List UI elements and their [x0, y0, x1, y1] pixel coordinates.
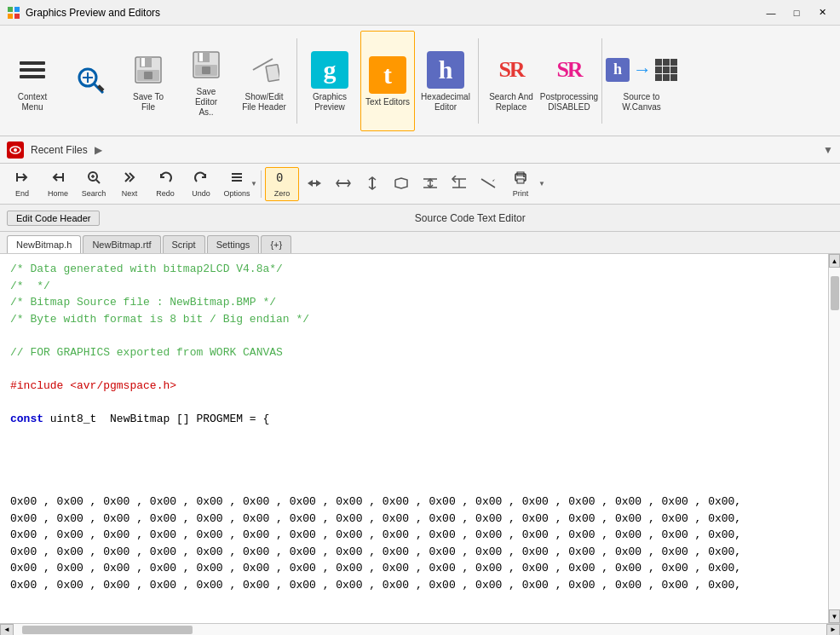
undo-button[interactable]: Undo: [184, 167, 218, 201]
end-label: End: [15, 189, 29, 198]
svg-rect-2: [8, 14, 13, 19]
transform-icon-4: [393, 176, 410, 193]
transform-btn-3[interactable]: [359, 167, 386, 201]
search-button[interactable]: Search: [77, 167, 111, 201]
source-canvas-label: Source to W.Canvas: [610, 92, 673, 113]
show-edit-header-button[interactable]: Show/EditFile Header: [237, 31, 291, 131]
svg-text:0: 0: [276, 170, 283, 184]
svg-rect-3: [14, 14, 20, 19]
redo-button[interactable]: Redo: [148, 167, 182, 201]
svg-point-47: [523, 176, 525, 177]
end-button[interactable]: End: [5, 167, 39, 201]
minimize-button[interactable]: —: [760, 4, 782, 21]
redo-label: Redo: [156, 189, 175, 198]
vertical-scrollbar[interactable]: ▲ ▼: [828, 254, 840, 623]
zoom-button[interactable]: [63, 31, 118, 131]
horizontal-scrollbar[interactable]: ◄ ►: [0, 623, 840, 635]
tab-plus[interactable]: {+}: [261, 235, 291, 253]
transform-btn-1[interactable]: [301, 167, 328, 201]
search-replace-button[interactable]: SR Search AndReplace: [484, 31, 538, 131]
options-container: Options ▼: [220, 167, 257, 201]
print-dropdown-arrow[interactable]: ▼: [538, 180, 545, 188]
svg-line-43: [481, 179, 495, 188]
save-to-file-button[interactable]: Save ToFile: [121, 31, 175, 131]
tab-script[interactable]: Script: [163, 235, 205, 253]
text-editors-button[interactable]: t Text Editors: [360, 31, 415, 131]
scroll-up-button[interactable]: ▲: [829, 254, 840, 268]
context-menu-label: ContextMenu: [18, 92, 47, 113]
tab-newbitmap-h[interactable]: NewBitmap.h: [7, 235, 81, 253]
edit-code-header-button[interactable]: Edit Code Header: [7, 211, 100, 226]
title-bar: Graphics Preview and Editors — □ ✕: [0, 0, 840, 26]
editor-header: Edit Code Header Source Code Text Editor: [0, 205, 840, 232]
recent-files-icon: [7, 141, 24, 159]
show-edit-label: Show/EditFile Header: [242, 92, 286, 113]
save-editor-as-button[interactable]: SaveEditorAs..: [179, 31, 233, 131]
h-scroll-thumb[interactable]: [22, 626, 193, 634]
save-icon: [128, 49, 169, 90]
separator-3: [601, 38, 602, 124]
h-scroll-track[interactable]: [14, 624, 826, 635]
transform-btn-4[interactable]: [388, 167, 415, 201]
print-container: Print ▼: [503, 167, 545, 201]
print-button[interactable]: Print: [503, 167, 538, 201]
options-icon: [229, 170, 245, 188]
graphics-preview-label: Graphics Preview: [305, 92, 354, 113]
next-label: Next: [122, 189, 138, 198]
postprocessing-button[interactable]: SR PostprocessingDISABLED: [542, 31, 596, 131]
tab-newbitmap-rtf[interactable]: NewBitmap.rtf: [83, 235, 160, 253]
show-edit-icon: [244, 49, 285, 90]
maximize-button[interactable]: □: [785, 4, 808, 21]
transform-btn-6[interactable]: [446, 167, 473, 201]
context-menu-button[interactable]: ContextMenu: [5, 31, 60, 131]
graphics-preview-icon: g: [309, 49, 350, 90]
next-button[interactable]: Next: [112, 167, 147, 201]
options-button[interactable]: Options: [220, 167, 254, 201]
tab-settings[interactable]: Settings: [207, 235, 260, 253]
svg-rect-20: [266, 64, 279, 81]
transform-btn-7[interactable]: [475, 167, 502, 201]
zoom-icon: [70, 60, 111, 101]
transform-icon-3: [364, 176, 381, 193]
save-editor-as-label: SaveEditorAs..: [195, 87, 217, 118]
code-content[interactable]: /* Data generated with bitmap2LCD V4.8a*…: [0, 254, 828, 623]
source-code-label: Source Code Text Editor: [106, 212, 833, 224]
home-icon: [50, 170, 66, 188]
recent-files-bar: Recent Files ▶ ▼: [0, 136, 840, 164]
source-canvas-button[interactable]: h → Source to W.Canvas: [607, 31, 676, 131]
scroll-left-button[interactable]: ◄: [0, 624, 14, 636]
search-replace-label: Search AndReplace: [489, 92, 533, 113]
svg-rect-1: [14, 7, 20, 12]
transform-icon-7: [480, 176, 497, 193]
scroll-down-button[interactable]: ▼: [829, 609, 840, 623]
recent-files-label: Recent Files: [31, 144, 88, 156]
main-content: Edit Code Header Source Code Text Editor…: [0, 205, 840, 635]
app-icon: [7, 6, 20, 20]
undo-label: Undo: [192, 189, 210, 198]
options-label: Options: [223, 189, 250, 198]
hex-editor-button[interactable]: h HexadecimalEditor: [418, 31, 473, 131]
save-to-file-label: Save ToFile: [133, 92, 164, 113]
secondary-sep: [261, 170, 262, 198]
scroll-right-button[interactable]: ►: [826, 624, 840, 636]
home-label: Home: [48, 189, 68, 198]
options-dropdown-arrow[interactable]: ▼: [250, 180, 257, 188]
next-icon: [122, 170, 137, 188]
svg-rect-0: [8, 7, 13, 12]
scroll-track[interactable]: [829, 268, 840, 609]
scroll-thumb[interactable]: [831, 276, 839, 310]
window-controls: — □ ✕: [760, 4, 833, 21]
home-button[interactable]: Home: [41, 167, 75, 201]
close-button[interactable]: ✕: [811, 4, 833, 21]
transform-icon-6: [451, 176, 468, 193]
transform-icon-5: [422, 176, 439, 193]
graphics-preview-button[interactable]: g Graphics Preview: [302, 31, 357, 131]
code-editor: /* Data generated with bitmap2LCD V4.8a*…: [0, 254, 840, 623]
svg-point-22: [14, 148, 17, 152]
zero-button[interactable]: 0 Zero: [265, 167, 299, 201]
transform-btn-2[interactable]: [330, 167, 357, 201]
recent-files-expand[interactable]: ▼: [823, 144, 833, 156]
hex-editor-icon: h: [425, 49, 466, 90]
hex-editor-label: HexadecimalEditor: [421, 92, 470, 113]
transform-btn-5[interactable]: [417, 167, 444, 201]
